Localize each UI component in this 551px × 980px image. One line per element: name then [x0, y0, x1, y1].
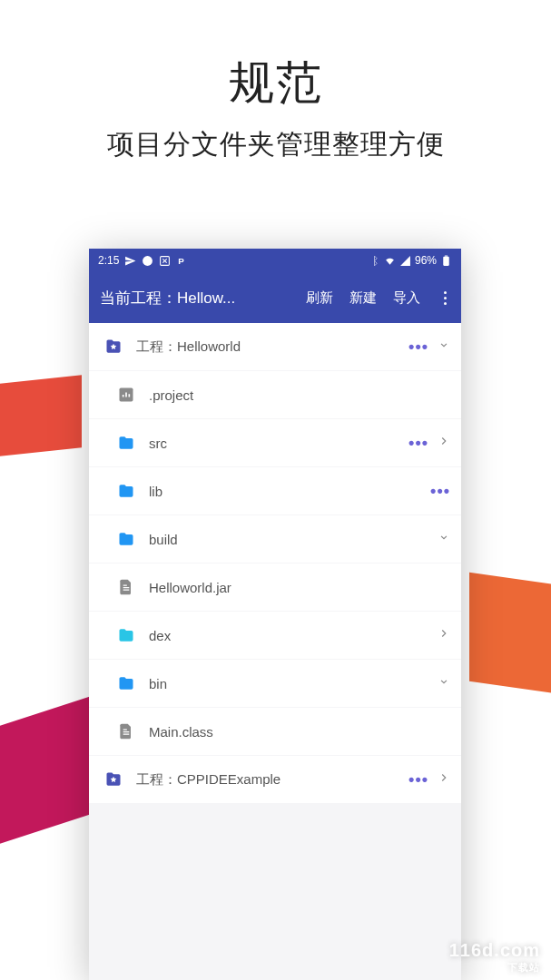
appbar-title: 当前工程：Hellow...	[100, 288, 254, 309]
battery-percent: 96%	[415, 254, 437, 267]
list-item[interactable]: src •••	[89, 419, 461, 466]
decor-orange-shape	[469, 573, 551, 698]
promo-subtitle: 项目分文件夹管理整理方便	[0, 126, 551, 163]
folder-star-icon	[102, 337, 125, 357]
project-row[interactable]: 工程：CPPIDEExample •••	[89, 756, 461, 803]
folder-icon	[114, 481, 138, 501]
chevron-right-icon[interactable]	[438, 771, 450, 788]
chevron-right-icon[interactable]	[438, 435, 450, 451]
more-dots-icon[interactable]: •••	[408, 338, 428, 355]
file-list: 工程：Helloworld ••• .project src •••	[89, 323, 461, 980]
folder-star-icon	[102, 769, 125, 789]
more-dots-icon[interactable]: •••	[408, 435, 428, 451]
signal-icon	[399, 255, 411, 267]
more-dots-icon[interactable]: •••	[408, 771, 428, 788]
list-item[interactable]: Main.class	[89, 708, 461, 755]
watermark: 116d.com 下载站	[449, 940, 540, 975]
folder-icon	[114, 625, 138, 645]
row-label: Main.class	[149, 724, 450, 740]
list-item[interactable]: bin	[89, 660, 461, 707]
row-label: 工程：Helloworld	[136, 338, 408, 356]
watermark-domain: 116d.com	[449, 940, 540, 960]
watermark-sub: 下载站	[449, 961, 540, 975]
wifi-icon	[384, 255, 396, 267]
promo-title: 规范	[0, 53, 551, 113]
decor-red-shape	[0, 375, 82, 460]
chart-file-icon	[114, 385, 138, 405]
battery-icon	[440, 255, 452, 267]
folder-icon	[114, 529, 138, 549]
create-button[interactable]: 新建	[349, 289, 377, 307]
promo-heading: 规范 项目分文件夹管理整理方便	[0, 0, 551, 163]
svg-text:P: P	[179, 255, 185, 265]
appbar: 当前工程：Hellow... 刷新 新建 导入	[89, 272, 461, 323]
chevron-down-icon[interactable]	[438, 675, 450, 691]
svg-rect-4	[445, 255, 448, 256]
svg-point-0	[143, 256, 153, 266]
row-label: lib	[149, 484, 430, 499]
refresh-button[interactable]: 刷新	[306, 289, 333, 307]
more-dots-icon[interactable]: •••	[430, 483, 450, 499]
project-row[interactable]: 工程：Helloworld •••	[89, 323, 461, 370]
row-label: .project	[149, 387, 450, 403]
bluetooth-icon	[369, 255, 380, 267]
list-item[interactable]: dex	[89, 612, 461, 659]
row-label: src	[149, 436, 408, 451]
row-label: bin	[149, 676, 438, 691]
send-icon	[124, 255, 136, 267]
file-icon	[114, 577, 138, 597]
p-icon: P	[176, 255, 188, 267]
row-label: dex	[149, 628, 438, 643]
statusbar-time: 2:15	[98, 254, 119, 267]
import-button[interactable]: 导入	[393, 289, 420, 307]
row-label: build	[149, 532, 438, 547]
phone-frame: 2:15 P 96% 当前工程：Hellow... 刷新 新建 导入	[89, 249, 461, 980]
chevron-down-icon[interactable]	[438, 338, 450, 355]
list-item[interactable]: lib •••	[89, 467, 461, 514]
folder-icon	[114, 673, 138, 693]
list-item[interactable]: Helloworld.jar	[89, 564, 461, 611]
svg-rect-3	[443, 256, 449, 265]
statusbar: 2:15 P 96%	[89, 249, 461, 272]
row-label: Helloworld.jar	[149, 580, 450, 595]
folder-icon	[114, 433, 138, 453]
circle-icon	[142, 255, 153, 267]
file-icon	[114, 721, 138, 741]
overflow-menu-button[interactable]	[440, 288, 450, 309]
chevron-right-icon[interactable]	[438, 627, 450, 643]
x-box-icon	[159, 255, 171, 267]
list-item[interactable]: build	[89, 515, 461, 563]
row-label: 工程：CPPIDEExample	[136, 771, 408, 789]
chevron-down-icon[interactable]	[438, 531, 450, 547]
list-item[interactable]: .project	[89, 371, 461, 418]
